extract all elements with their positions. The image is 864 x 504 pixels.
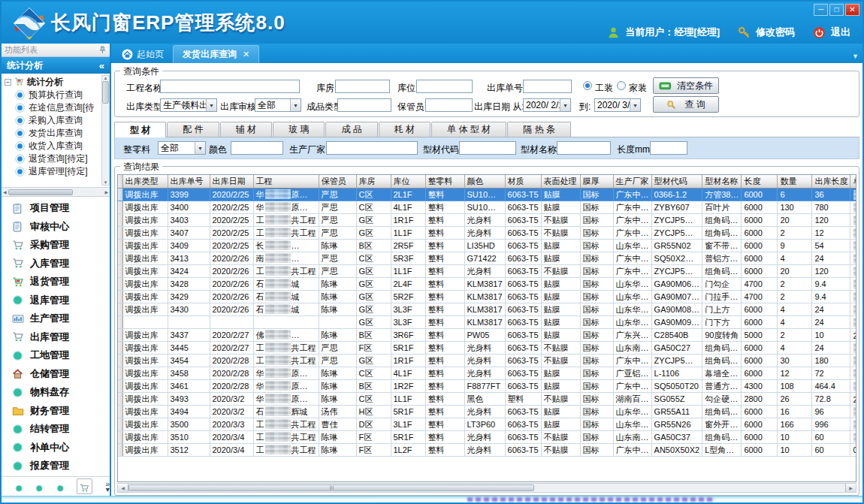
- search-button[interactable]: 查 询: [653, 96, 719, 113]
- scroll-down-icon[interactable]: ▼: [104, 180, 108, 185]
- tab-auxiliary[interactable]: 辅 材: [220, 122, 272, 137]
- scroll-up-icon[interactable]: ▲: [104, 76, 108, 80]
- table-row[interactable]: 调拨出库34542020/2/28工共工程严思G区1R1F整料光身料6063-T…: [118, 355, 856, 367]
- column-header[interactable]: 工程: [253, 175, 319, 189]
- radio-jiazhuang-label[interactable]: 家装: [629, 82, 647, 95]
- table-row[interactable]: 调拨出库34242020/2/26工共工程严思G区1L1F整料光身料6063-T…: [118, 265, 856, 278]
- maker-input[interactable]: [326, 141, 418, 155]
- tab-list-dropdown-icon[interactable]: ▼: [852, 53, 859, 60]
- sidebar-item-carryover-management[interactable]: 结转管理: [2, 420, 110, 439]
- table-row[interactable]: 调拨出库34002020/2/25华原…严思C区4L1F整料SU10…6063-…: [118, 201, 856, 214]
- sidebar-item-reorder-center[interactable]: 补单中心: [2, 439, 110, 457]
- scrollbar-thumb[interactable]: [102, 81, 109, 104]
- tab-profile[interactable]: 型 材: [114, 122, 166, 137]
- table-row[interactable]: 调拨出库34032020/2/25工共工程严思G区1R1F整料光身料6063-T…: [118, 214, 856, 227]
- scrollbar-thumb[interactable]: [128, 484, 534, 491]
- pin-icon[interactable]: [98, 46, 107, 54]
- column-header[interactable]: 出库单号: [168, 175, 210, 189]
- maximize-button[interactable]: □: [829, 4, 844, 16]
- tab-consumable[interactable]: 耗 材: [379, 122, 430, 137]
- column-header[interactable]: 长度: [742, 175, 778, 189]
- length-input[interactable]: [650, 141, 687, 155]
- profile-name-input[interactable]: [557, 141, 611, 155]
- scroll-left-icon[interactable]: ◀: [3, 189, 7, 195]
- table-row[interactable]: 调拨出库35002020/3/3工共工程曹佳D区3L1F整料LT3P606063…: [118, 418, 856, 431]
- tree-item-budget-execution-query[interactable]: 预算执行查询: [15, 89, 110, 101]
- table-row[interactable]: 调拨出库33992020/2/25华原…严思C区2L1F整料SU10…6063-…: [118, 189, 856, 201]
- tree-vertical-scrollbar[interactable]: ▲ ▼: [101, 75, 110, 186]
- column-header[interactable]: 出库日期: [210, 175, 253, 189]
- tab-single-profile[interactable]: 单 体 型 材: [431, 122, 506, 137]
- scroll-right-icon[interactable]: ▶: [104, 189, 108, 195]
- overflow-chevron-icon[interactable]: »▾: [105, 481, 110, 492]
- quick-dot-icon[interactable]: [56, 481, 64, 491]
- column-header[interactable]: 保管员: [319, 175, 356, 189]
- product-type-input[interactable]: [337, 98, 391, 112]
- column-header[interactable]: 型材代码: [651, 175, 702, 189]
- table-row[interactable]: 调拨出库34582020/2/28华原…陈琳C区4L1F整料光身料6063-T5…: [118, 367, 856, 380]
- column-header[interactable]: 型材名称: [702, 175, 742, 189]
- tab-home[interactable]: 起始页: [113, 45, 173, 63]
- radio-gongzhuang[interactable]: [583, 81, 592, 90]
- column-header[interactable]: 出库长度: [812, 175, 850, 189]
- sidebar-item-scrap-management[interactable]: 报废管理: [2, 457, 110, 475]
- location-input[interactable]: [416, 80, 473, 93]
- table-row[interactable]: 调拨出库34942020/3/2石辉城汤伟H区5R1F整料光身料6063-T5贴…: [118, 406, 856, 418]
- table-row[interactable]: 调拨出库34282020/2/26石城陈琳G区2L4F整料KLM38176063…: [118, 278, 856, 291]
- sidebar-item-site-management[interactable]: 工地管理: [2, 346, 110, 365]
- tree-item-return-goods-query[interactable]: 退货查询[待定]: [15, 152, 110, 165]
- table-row[interactable]: 调拨出库34092020/2/25长…陈琳B区2R5F整料LI35HD6063-…: [118, 240, 856, 252]
- column-header[interactable]: 表面处理: [541, 175, 580, 189]
- tree-root-statistics[interactable]: − 统计分析: [5, 75, 110, 89]
- tree-expander-icon[interactable]: −: [5, 79, 11, 86]
- date-from-picker[interactable]: 2020/ 2/16▼: [523, 98, 571, 112]
- column-header[interactable]: 数量: [778, 175, 812, 189]
- quick-dot-icon[interactable]: [15, 481, 23, 491]
- sidebar-item-audit-center[interactable]: 审核中心: [2, 218, 110, 237]
- quick-dot-icon[interactable]: [35, 481, 43, 491]
- clear-conditions-button[interactable]: 清空条件: [653, 77, 719, 94]
- column-header[interactable]: 库房: [356, 175, 391, 189]
- table-row[interactable]: 调拨出库35122020/3/4工共工程陈琳F区1L2F整料光身料6063-T5…: [118, 444, 856, 457]
- warehouse-input[interactable]: [335, 80, 390, 93]
- table-row[interactable]: G区3L3F整料KLM38176063-T5贴膜国标山东华…GA90M09…门下…: [118, 316, 856, 329]
- column-header[interactable]: 膜厚: [580, 175, 613, 189]
- radio-gongzhuang-label[interactable]: 工装: [595, 82, 613, 95]
- logout-button[interactable]: 退出: [831, 26, 850, 39]
- scroll-right-icon[interactable]: ▶: [845, 484, 856, 492]
- sidebar-item-inbound-management[interactable]: 入库管理: [2, 255, 110, 273]
- radio-jiazhuang[interactable]: [617, 81, 626, 90]
- date-to-picker[interactable]: 2020/ 3/16▼: [594, 98, 641, 112]
- column-header[interactable]: 生产厂家: [613, 175, 651, 189]
- sidebar-item-return-goods-management[interactable]: 退货管理: [2, 273, 110, 291]
- tree-item-in-transit-info-query[interactable]: 在途信息查询[待: [15, 101, 110, 114]
- tab-glass[interactable]: 玻 璃: [273, 122, 325, 137]
- scroll-left-icon[interactable]: ◀: [118, 484, 128, 492]
- sidebar-item-purchase-management[interactable]: 采购管理: [2, 236, 110, 255]
- sidebar-item-warehouse-management[interactable]: 仓储管理: [2, 365, 110, 384]
- column-header[interactable]: 材质: [505, 175, 541, 189]
- table-row[interactable]: 调拨出库34132020/2/26南…严思C区5R3F整料G714226063-…: [118, 252, 856, 265]
- table-row[interactable]: 调拨出库34292020/2/26石城陈琳G区5R2F整料KLM38176063…: [118, 291, 856, 303]
- sidebar-item-return-stock-management[interactable]: 退库管理: [2, 291, 110, 310]
- column-header[interactable]: 单价: [850, 175, 856, 189]
- column-header[interactable]: 出库类型: [122, 175, 168, 189]
- whole-piece-select[interactable]: 全部▼: [158, 141, 206, 155]
- change-password-link[interactable]: 修改密码: [756, 26, 795, 39]
- tab-insulation-strip[interactable]: 隔 热 条: [507, 122, 571, 137]
- close-button[interactable]: ✕: [845, 4, 859, 16]
- sidebar-item-production-management[interactable]: 生产管理: [2, 309, 110, 328]
- tab-accessory[interactable]: 配 件: [167, 122, 219, 137]
- scrollbar-thumb[interactable]: [8, 189, 74, 195]
- tab-shipping-outbound-query[interactable]: 发货出库查询✕: [173, 45, 259, 63]
- out-type-select[interactable]: 生产领料出库▼: [160, 98, 217, 112]
- close-tab-icon[interactable]: ✕: [243, 50, 249, 59]
- column-header[interactable]: 颜色: [464, 175, 505, 189]
- color-input[interactable]: [231, 141, 283, 155]
- table-row[interactable]: 调拨出库34302020/2/26石城陈琳G区3L3F整料KLM38176063…: [118, 303, 856, 316]
- project-name-input[interactable]: [160, 80, 300, 93]
- out-audit-select[interactable]: 全部▼: [255, 98, 301, 112]
- table-row[interactable]: 调拨出库35102020/3/4工共工程陈琳F区5R1F整料光身料6063-T5…: [118, 431, 856, 444]
- minimize-button[interactable]: ─: [814, 4, 828, 16]
- sidebar-item-material-inventory[interactable]: 物料盘存: [2, 383, 110, 402]
